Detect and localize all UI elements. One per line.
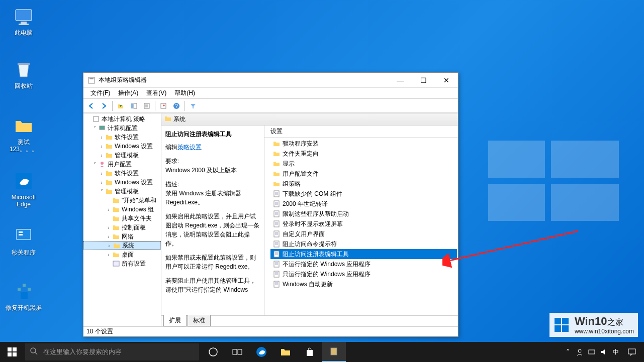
desktop-icon-this-pc[interactable]: 此电脑 (5, 6, 42, 36)
tab-standard[interactable]: 标准 (188, 315, 211, 326)
setting-item[interactable]: 只运行指定的 Windows 应用程序 (270, 269, 457, 279)
desktop-icon-recycle-bin[interactable]: 回收站 (5, 59, 42, 89)
setting-item[interactable]: 限制这些程序从帮助启动 (270, 209, 457, 219)
setting-title: 阻止访问注册表编辑工具 (165, 130, 260, 139)
svg-point-50 (578, 349, 581, 352)
setting-item[interactable]: 显示 (270, 159, 457, 169)
svg-rect-41 (8, 352, 12, 356)
setting-item[interactable]: 不运行指定的 Windows 应用程序 (270, 259, 457, 269)
setting-item[interactable]: 阻止访问注册表编辑工具 (270, 249, 457, 259)
setting-item[interactable]: 登录时不显示欢迎屏幕 (270, 219, 457, 229)
setting-item[interactable]: Windows 自动更新 (270, 279, 457, 289)
tab-extended[interactable]: 扩展 (163, 315, 187, 326)
folder-icon (272, 180, 281, 187)
svg-rect-13 (89, 78, 94, 79)
tree-network[interactable]: ›网络 (83, 232, 161, 241)
export-list-button[interactable] (141, 100, 153, 111)
svg-rect-26 (274, 211, 279, 217)
edit-policy-link[interactable]: 策略设置 (177, 144, 202, 151)
tree-desktop[interactable]: ›桌面 (83, 250, 161, 259)
app-icon (87, 76, 96, 84)
tree-shared[interactable]: 共享文件夹 (83, 214, 161, 223)
tree-all-settings[interactable]: 所有设置 (83, 259, 161, 268)
filter-icon[interactable] (187, 100, 199, 111)
tree-windows-2[interactable]: ›Windows 设置 (83, 178, 161, 187)
svg-rect-52 (628, 349, 635, 354)
desktop-icon-close-seconds[interactable]: 秒关程序 (5, 226, 42, 256)
setting-item[interactable]: 组策略 (270, 179, 457, 189)
svg-rect-32 (274, 271, 279, 277)
svg-rect-0 (16, 10, 32, 21)
detail-pane: 系统 阻止访问注册表编辑工具 编辑策略设置 要求: Windows 2000 及… (161, 113, 458, 326)
desktop-icon-test-folder[interactable]: 测试123。。。 (5, 115, 42, 153)
search-placeholder: 在这里输入你要搜索的内容 (43, 347, 122, 356)
titlebar[interactable]: 本地组策略编辑器 — ☐ ✕ (83, 73, 458, 88)
setting-item[interactable]: 自定义用户界面 (270, 229, 457, 239)
setting-item[interactable]: 驱动程序安装 (270, 139, 457, 149)
tree-start-menu[interactable]: "开始"菜单和 (83, 196, 161, 205)
properties-button[interactable] (157, 100, 169, 111)
taskbar: 在这里输入你要搜索的内容 ˄ 中 (0, 342, 644, 362)
setting-item[interactable]: 阻止访问命令提示符 (270, 239, 457, 249)
show-hide-tree-button[interactable] (128, 100, 140, 111)
menu-action[interactable]: 操作(A) (114, 88, 142, 98)
start-button[interactable] (0, 342, 24, 362)
taskbar-search[interactable]: 在这里输入你要搜索的内容 (25, 343, 199, 360)
policy-icon (272, 230, 281, 237)
desktop-icon-fix-boot[interactable]: 修复开机黑屏 (5, 281, 42, 311)
svg-rect-29 (274, 241, 279, 247)
tray-people-icon[interactable] (574, 342, 586, 362)
gpedit-taskbar-icon[interactable] (322, 342, 346, 362)
up-button[interactable] (115, 100, 127, 111)
desktop-icon-edge[interactable]: Microsoft Edge (5, 171, 42, 208)
tree-user-cfg[interactable]: ˅用户配置 (83, 160, 161, 169)
help-icon[interactable]: ? (170, 100, 182, 111)
tree-software-2[interactable]: ›软件设置 (83, 169, 161, 178)
svg-rect-14 (131, 103, 133, 108)
tree-admin-tpl-2[interactable]: ˅管理模板 (83, 187, 161, 196)
tray-volume-icon[interactable] (598, 342, 610, 362)
task-view-icon[interactable] (225, 342, 249, 362)
window-title: 本地组策略编辑器 (99, 76, 389, 84)
menu-help[interactable]: 帮助(H) (170, 88, 199, 98)
setting-item[interactable]: 下载缺少的 COM 组件 (270, 189, 457, 199)
svg-rect-28 (274, 231, 279, 237)
tree-computer-cfg[interactable]: ˅计算机配置 (83, 124, 161, 133)
setting-item[interactable]: 文件夹重定向 (270, 149, 457, 159)
policy-icon (272, 251, 281, 258)
svg-rect-39 (8, 347, 12, 351)
store-taskbar-icon[interactable] (298, 342, 322, 362)
tree-windows-1[interactable]: ›Windows 设置 (83, 142, 161, 151)
cortana-icon[interactable] (201, 342, 225, 362)
back-button[interactable] (85, 100, 97, 111)
maximize-button[interactable]: ☐ (412, 73, 435, 88)
tree-control-panel[interactable]: ›控制面板 (83, 223, 161, 232)
tree-win-comp[interactable]: ›Windows 组 (83, 205, 161, 214)
menu-file[interactable]: 文件(F) (86, 88, 114, 98)
explorer-taskbar-icon[interactable] (273, 342, 298, 362)
tray-network-icon[interactable] (586, 342, 598, 362)
tray-up-icon[interactable]: ˄ (562, 342, 574, 362)
toolbar: ? (83, 99, 458, 113)
svg-rect-33 (274, 281, 279, 287)
setting-item[interactable]: 用户配置文件 (270, 169, 457, 179)
forward-button[interactable] (98, 100, 110, 111)
svg-point-45 (209, 348, 217, 356)
minimize-button[interactable]: — (389, 73, 412, 88)
tree-system[interactable]: ›系统 (83, 241, 161, 250)
notification-icon[interactable] (622, 342, 642, 362)
task-icons (201, 342, 346, 362)
svg-rect-27 (274, 221, 279, 227)
tray-ime-icon[interactable]: 中 (610, 342, 622, 362)
tree-admin-tpl-1[interactable]: ›管理模板 (83, 151, 161, 160)
tree-software-1[interactable]: ›软件设置 (83, 133, 161, 142)
menu-view[interactable]: 查看(V) (142, 88, 170, 98)
setting-item[interactable]: 2000 年世纪转译 (270, 199, 457, 209)
tree-root[interactable]: 本地计算机 策略 (83, 114, 161, 124)
edge-taskbar-icon[interactable] (249, 342, 273, 362)
description-pane: 阻止访问注册表编辑工具 编辑策略设置 要求: Windows 2000 及以上版… (161, 126, 264, 315)
close-button[interactable]: ✕ (435, 73, 458, 88)
svg-rect-23 (113, 261, 119, 266)
svg-rect-3 (18, 63, 30, 65)
settings-column-header[interactable]: 设置 (264, 126, 458, 138)
